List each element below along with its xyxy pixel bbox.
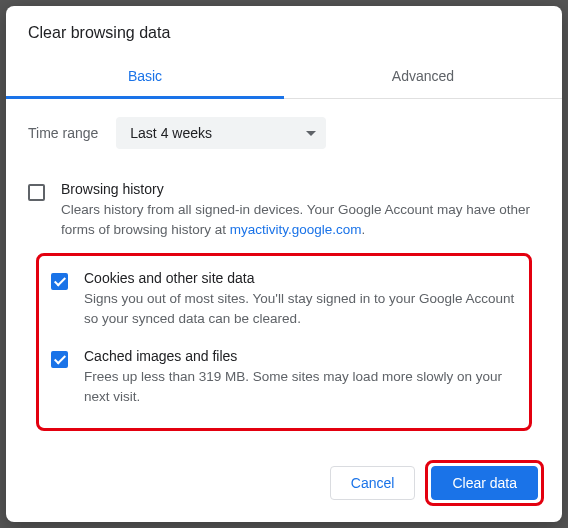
tabs: Basic Advanced (6, 56, 562, 99)
clear-browsing-data-dialog: Clear browsing data Basic Advanced Time … (6, 6, 562, 522)
time-range-select[interactable]: Last 4 weeks (116, 117, 326, 149)
option-description: Signs you out of most sites. You'll stay… (84, 289, 517, 328)
clear-data-highlight: Clear data (425, 460, 544, 506)
checkbox-cache[interactable] (51, 351, 68, 368)
dropdown-caret-icon (306, 131, 316, 136)
option-cache: Cached images and files Frees up less th… (51, 340, 517, 418)
checkbox-browsing-history[interactable] (28, 184, 45, 201)
tab-advanced[interactable]: Advanced (284, 56, 562, 98)
highlighted-options: Cookies and other site data Signs you ou… (36, 253, 532, 431)
cancel-button[interactable]: Cancel (330, 466, 416, 500)
clear-data-button[interactable]: Clear data (431, 466, 538, 500)
tab-indicator (6, 96, 284, 99)
myactivity-link[interactable]: myactivity.google.com (230, 222, 362, 237)
options-list: Browsing history Clears history from all… (6, 167, 562, 431)
option-title: Cached images and files (84, 348, 517, 364)
option-description: Clears history from all signed-in device… (61, 200, 540, 239)
dialog-title: Clear browsing data (6, 6, 562, 56)
time-range-row: Time range Last 4 weeks (6, 99, 562, 167)
tab-basic[interactable]: Basic (6, 56, 284, 98)
dialog-footer: Cancel Clear data (330, 460, 544, 506)
option-description: Frees up less than 319 MB. Some sites ma… (84, 367, 517, 406)
time-range-label: Time range (28, 125, 98, 141)
option-title: Browsing history (61, 181, 540, 197)
option-cookies: Cookies and other site data Signs you ou… (51, 262, 517, 340)
time-range-value: Last 4 weeks (130, 125, 212, 141)
option-browsing-history: Browsing history Clears history from all… (28, 173, 540, 251)
option-title: Cookies and other site data (84, 270, 517, 286)
checkbox-cookies[interactable] (51, 273, 68, 290)
